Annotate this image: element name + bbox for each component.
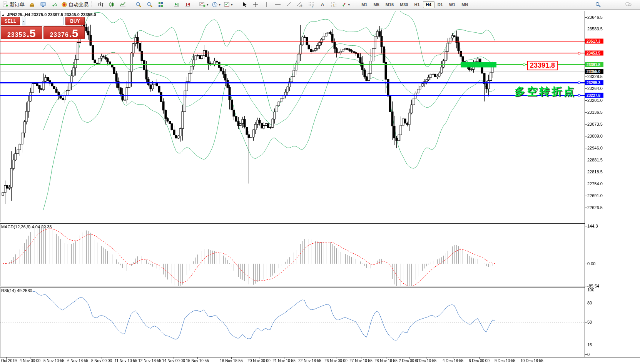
buy-button[interactable]: BUY [65,17,85,25]
zoom-out-button[interactable] [144,0,155,9]
dropdown-caret-icon: ▾ [231,3,233,7]
fibonacci-button[interactable]: F [306,0,317,9]
sell-button[interactable]: SELL [1,17,20,25]
zoom-in-button[interactable] [133,0,144,9]
market-watch-button[interactable] [26,0,37,9]
rsi-axis-label: 80 [587,301,592,305]
volume-input[interactable] [25,17,63,25]
candlestick-button[interactable] [106,0,117,9]
tile-windows-icon [158,2,164,8]
time-axis-label: 6 Nov 18:55 [67,359,88,363]
autotrading-button[interactable]: 自动交易 [60,0,90,9]
line-chart-icon [120,2,126,8]
price-line-label: 23227.8 [585,93,603,98]
svg-text:A: A [321,2,324,7]
volume-decrease-button[interactable]: ▼ [22,17,25,25]
rsi-axis-label: 100 [587,288,594,292]
auto-scroll-icon [174,2,180,8]
autotrading-icon [61,2,67,8]
toolbar-separator [236,1,237,8]
time-axis-label: 14 Nov 00:00 [162,359,185,363]
tile-windows-button[interactable] [155,0,166,9]
price-tick-label: 22691.0 [587,193,603,198]
zoom-out-icon [147,2,153,8]
arrows-button[interactable]: ▾ [339,0,352,9]
hline-icon [275,2,281,8]
time-axis-label: 10 Dec 18:55 [520,359,543,363]
rsi-axis-label: 15 [587,342,592,347]
text-label-button[interactable]: T [328,0,339,9]
search-button[interactable] [592,0,603,9]
price-tick-label: 22881.5 [587,158,603,162]
price-tick-label: 23264.0 [587,86,603,91]
price-tick-label: 23646.5 [587,15,603,20]
vertical-line-button[interactable] [261,0,272,9]
text-button[interactable]: A [317,0,328,9]
timeframe-button-w1[interactable]: W1 [446,1,459,8]
collapse-panel-icon[interactable]: ▲ [2,13,5,17]
timeframe-button-m15[interactable]: M15 [383,1,397,8]
sell-price-pips: .5 [26,28,35,38]
timeframe-button-mn[interactable]: MN [458,1,471,8]
line-chart-button[interactable] [117,0,128,9]
chat-icon [625,2,632,8]
trendline-button[interactable] [284,0,295,9]
time-axis-label: 21 Nov 10:55 [272,359,296,363]
search-icon [595,2,601,8]
candlestick-icon [109,2,115,8]
time-axis-label: 6 Dec 00:00 [469,359,490,363]
toolbar-separator [130,1,131,8]
toolbar-separator [92,1,93,8]
new-order-button[interactable]: 新订单 [1,0,26,9]
timeframe-button-m30[interactable]: M30 [397,1,411,8]
timeframe-button-m5[interactable]: M5 [370,1,382,8]
clock-icon [212,2,218,8]
time-axis-label: 20 Nov 00:00 [247,359,271,363]
time-axis-label: 4 Nov 00:00 [20,359,40,363]
dropdown-caret-icon: ▾ [219,3,221,7]
timeframe-button-h1[interactable]: H1 [411,1,423,8]
macd-axis-label: 144.3 [587,224,598,228]
metaeditor-button[interactable] [37,0,48,9]
timeframe-button-m1[interactable]: M1 [358,1,370,8]
periods-button[interactable]: ▾ [210,0,222,9]
dropdown-caret-icon: ▾ [348,3,350,7]
time-axis-label: 5 Nov 10:55 [43,359,64,363]
mt4-application-window: 新订单自动交易▾▾▾EFAT▾M1M5M15M30H1H4D1W1MN ▲ JP… [0,0,640,364]
auto-scroll-button[interactable] [171,0,182,9]
fibonacci-icon: F [308,2,314,8]
bar-chart-button[interactable] [95,0,106,9]
crosshair-button[interactable] [250,0,261,9]
channel-button[interactable]: E [295,0,306,9]
gold-icon [29,2,35,8]
buy-price-display[interactable]: 23376 .5 [43,26,85,39]
price-callout[interactable]: 23391.8 [527,61,558,70]
price-line-label: 23295.3 [585,80,603,85]
horizontal-line-button[interactable] [272,0,284,9]
text-icon: A [319,2,326,8]
chart-area[interactable]: ▲ JPN225-,H4 23375.0 23397.5 23345.0 233… [0,10,640,364]
pane-splitter[interactable] [0,221,640,223]
annotation-text[interactable]: 多空转折点 [515,85,576,98]
templates-button[interactable]: ▾ [222,0,234,9]
chat-button[interactable] [623,0,634,9]
timeframe-button-h4[interactable]: H4 [423,1,434,8]
template-icon [224,2,230,8]
one-click-trading-panel: SELL ▼ ▲ BUY 23353 .5 23376 .5 [1,17,85,39]
chart-shift-button[interactable] [182,0,193,9]
toolbar-button-label: 新订单 [10,1,25,8]
cursor-button[interactable] [239,0,250,9]
timeframe-selector: M1M5M15M30H1H4D1W1MN [358,1,471,8]
rsi-indicator-label: RSI(14) 49.2580 [1,288,32,293]
vline-icon [264,2,270,8]
timeframe-button-d1[interactable]: D1 [434,1,446,8]
channel-icon: E [297,2,303,8]
indicators-button[interactable]: ▾ [198,0,210,9]
sell-price-display[interactable]: 23353 .5 [1,26,42,39]
bar-chart-icon [97,2,104,8]
pane-splitter[interactable] [0,286,640,287]
rsi-axis-label: 50 [587,320,592,324]
time-axis-label: 8 Nov 00:00 [91,359,112,363]
signals-button[interactable] [48,0,60,9]
text-label-icon: T [331,2,337,8]
